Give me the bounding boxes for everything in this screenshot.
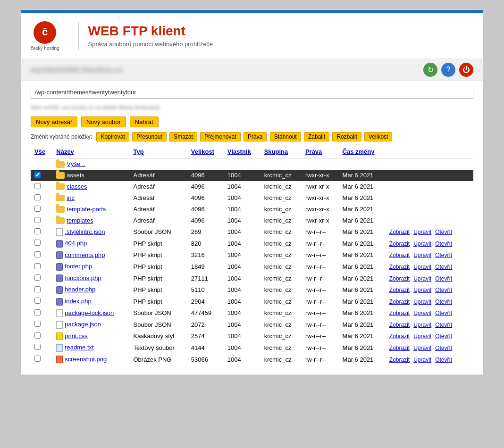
row-checkbox[interactable] [34,228,41,234]
action-upravit[interactable]: Upravit [413,229,431,235]
file-name-link[interactable]: .stylelintrc.json [65,228,105,235]
file-name-link[interactable]: comments.php [65,251,105,258]
file-name-link[interactable]: screenshot.png [65,356,107,363]
action-zobrazit[interactable]: Zobrazit [389,241,410,247]
action-zobrazit[interactable]: Zobrazit [389,287,410,293]
action-upravit[interactable]: Upravit [413,357,431,363]
power-button[interactable]: ⏻ [459,63,473,77]
row-checkbox[interactable] [34,206,41,212]
file-date [339,158,386,170]
action-zobrazit[interactable]: Zobrazit [389,357,410,363]
row-checkbox[interactable] [34,298,41,304]
file-name-link[interactable]: index.php [65,298,91,305]
col-group[interactable]: Skupina [260,145,302,158]
file-name-link[interactable]: 404.php [65,240,87,247]
col-select[interactable]: Vše [31,145,52,158]
delete-button[interactable]: Smazat [169,132,197,141]
action-zobrazit[interactable]: Zobrazit [389,229,410,235]
row-checkbox[interactable] [34,356,41,362]
action-otevřít[interactable]: Otevřít [435,252,452,258]
file-name-link[interactable]: readme.txt [65,344,93,351]
size-button[interactable]: Velikost [364,132,392,141]
file-date: Mar 6 2021 [339,261,386,273]
path-input[interactable] [31,86,473,99]
action-otevřít[interactable]: Otevřít [435,310,452,316]
col-size[interactable]: Velikost [187,145,224,158]
action-zobrazit[interactable]: Zobrazit [389,310,410,316]
folder-icon [56,172,65,179]
upload-button[interactable]: Nahrát [130,116,159,127]
file-name-link[interactable]: assets [67,172,84,179]
action-upravit[interactable]: Upravit [413,264,431,270]
action-zobrazit[interactable]: Zobrazit [389,252,410,258]
file-name-link[interactable]: Výše .. [67,160,85,167]
file-name-link[interactable]: package-lock.json [65,309,114,316]
new-folder-button[interactable]: Nový adresář [31,116,77,127]
col-rights[interactable]: Práva [302,145,339,158]
col-type[interactable]: Typ [130,145,187,158]
action-upravit[interactable]: Upravit [413,287,431,293]
file-name-link[interactable]: footer.php [65,263,92,270]
action-otevřít[interactable]: Otevřít [435,241,452,247]
copy-button[interactable]: Kopírovat [96,132,129,141]
refresh-button[interactable]: ↻ [423,63,437,77]
action-otevřít[interactable]: Otevřít [435,264,452,270]
action-zobrazit[interactable]: Zobrazit [389,264,410,270]
action-zobrazit[interactable]: Zobrazit [389,345,410,351]
download-button[interactable]: Stáhnout [270,132,301,141]
action-upravit[interactable]: Upravit [413,322,431,328]
zip-button[interactable]: Zabalit [304,132,329,141]
new-file-button[interactable]: Nový soubor [81,116,126,127]
action-upravit[interactable]: Upravit [413,333,431,340]
action-upravit[interactable]: Upravit [413,345,431,351]
row-checkbox[interactable] [34,183,41,189]
file-name-link[interactable]: templates [67,217,93,224]
action-upravit[interactable]: Upravit [413,241,431,247]
help-button[interactable]: ? [441,63,455,77]
action-upravit[interactable]: Upravit [413,275,431,282]
rights-button[interactable]: Práva [244,132,267,141]
file-name-link[interactable]: package.json [65,321,101,328]
file-table: Vše Název Typ Velikost Vlastník Skupina … [31,145,473,365]
action-otevřít[interactable]: Otevřít [435,287,452,293]
row-checkbox[interactable] [34,332,41,339]
action-otevřít[interactable]: Otevřít [435,299,452,305]
file-name-link[interactable]: classes [67,183,87,190]
file-name-link[interactable]: header.php [65,286,95,293]
action-otevřít[interactable]: Otevřít [435,345,452,351]
action-otevřít[interactable]: Otevřít [435,275,452,282]
file-owner: 1004 [224,307,260,319]
file-name-link[interactable]: print.css [65,332,87,340]
action-zobrazit[interactable]: Zobrazit [389,322,410,328]
action-otevřít[interactable]: Otevřít [435,322,452,328]
col-name[interactable]: Název [52,145,129,158]
row-checkbox[interactable] [34,194,41,200]
action-zobrazit[interactable]: Zobrazit [389,275,410,282]
row-checkbox[interactable] [34,251,41,257]
col-date[interactable]: Čas změny [339,145,386,158]
action-zobrazit[interactable]: Zobrazit [389,333,410,340]
move-button[interactable]: Přesunout [132,132,167,141]
row-checkbox[interactable] [34,240,41,246]
action-otevřít[interactable]: Otevřít [435,229,452,235]
file-name-link[interactable]: template-parts [67,206,106,213]
action-otevřít[interactable]: Otevřít [435,357,452,363]
action-zobrazit[interactable]: Zobrazit [389,299,410,305]
row-checkbox[interactable] [34,274,41,281]
row-checkbox[interactable] [34,172,41,178]
action-upravit[interactable]: Upravit [413,299,431,305]
file-name-link[interactable]: functions.php [65,274,101,282]
col-owner[interactable]: Vlastník [224,145,260,158]
action-upravit[interactable]: Upravit [413,310,431,316]
row-checkbox[interactable] [34,217,41,223]
action-upravit[interactable]: Upravit [413,252,431,258]
action-otevřít[interactable]: Otevřít [435,333,452,340]
rename-button[interactable]: Přejmenovat [200,132,240,141]
row-checkbox[interactable] [34,286,41,292]
row-checkbox[interactable] [34,321,41,327]
file-name-link[interactable]: inc [67,194,75,201]
row-checkbox[interactable] [34,344,41,350]
row-checkbox[interactable] [34,309,41,315]
row-checkbox[interactable] [34,263,41,269]
unzip-button[interactable]: Rozbalit [332,132,361,141]
